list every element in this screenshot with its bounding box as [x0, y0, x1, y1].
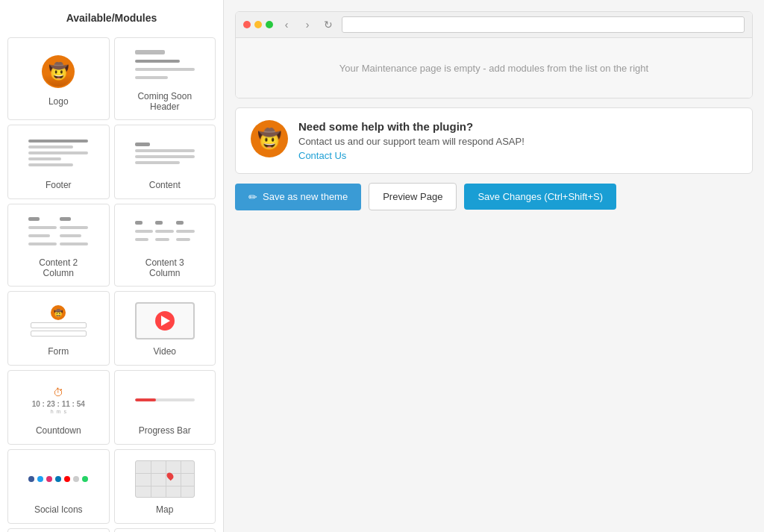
save-new-theme-label: Save as new theme: [263, 191, 348, 202]
logo-preview-avatar: 🤠: [42, 55, 75, 88]
module-divider[interactable]: Divider: [114, 528, 216, 532]
save-changes-label: Save Changes (Ctrl+Shift+S): [478, 191, 603, 202]
module-form[interactable]: 🤠 Form: [7, 291, 110, 366]
module-map[interactable]: Map: [114, 449, 216, 524]
help-title: Need some help with the plugin?: [298, 120, 525, 133]
browser-address-bar[interactable]: [342, 16, 745, 33]
panel-title: Available/Modules: [7, 7, 216, 28]
help-box: 🤠 Need some help with the plugin? Contac…: [235, 107, 753, 174]
browser-traffic-lights: [243, 21, 273, 28]
pencil-icon: ✏: [248, 191, 257, 203]
help-avatar-face: 🤠: [257, 128, 281, 151]
module-map-label: Map: [156, 504, 173, 515]
module-progress-bar-label: Progress Bar: [139, 425, 191, 436]
module-footer[interactable]: Footer: [7, 125, 110, 199]
module-coming-soon-label: Coming SoonHeader: [137, 91, 192, 112]
module-social-icons-label: Social Icons: [34, 504, 83, 515]
module-countdown[interactable]: ⏱ 10 : 23 : 11 : 54 h m s Countdown: [7, 370, 110, 445]
module-logo[interactable]: 🤠 Logo: [7, 37, 110, 120]
module-video[interactable]: Video: [114, 291, 216, 366]
module-coming-soon-header[interactable]: Coming SoonHeader: [114, 37, 216, 120]
preview-page-label: Preview Page: [383, 191, 442, 202]
browser-empty-message: Your Maintenance page is empty - add mod…: [339, 63, 648, 74]
module-content-3col-label: Content 3Column: [145, 257, 184, 278]
browser-refresh-button[interactable]: ↻: [321, 17, 336, 32]
preview-page-button[interactable]: Preview Page: [369, 183, 457, 210]
module-countdown-label: Countdown: [36, 425, 81, 436]
countdown-display: 10 : 23 : 11 : 54: [32, 400, 85, 408]
module-progress-bar[interactable]: Progress Bar: [114, 370, 216, 445]
help-contact-link[interactable]: Contact Us: [298, 150, 525, 161]
module-social-icons[interactable]: Social Icons: [7, 449, 110, 524]
module-content-label: Content: [149, 180, 181, 190]
browser-mockup: ‹ › ↻ Your Maintenance page is empty - a…: [235, 11, 753, 98]
browser-maximize-dot: [266, 21, 273, 28]
module-logo-label: Logo: [48, 96, 69, 107]
help-subtitle: Contact us and our support team will res…: [298, 136, 525, 147]
save-new-theme-button[interactable]: ✏ Save as new theme: [235, 184, 361, 210]
save-changes-button[interactable]: Save Changes (Ctrl+Shift+S): [464, 184, 616, 210]
browser-toolbar: ‹ › ↻: [236, 12, 752, 38]
module-content-2col-label: Content 2Column: [39, 257, 78, 278]
browser-forward-button[interactable]: ›: [300, 17, 315, 32]
modules-grid: 🤠 Logo Coming SoonHeader: [7, 37, 216, 532]
help-avatar: 🤠: [251, 120, 288, 157]
modules-panel: Available/Modules 🤠 Logo: [0, 0, 224, 532]
module-custom-html[interactable]: Custom HTML: [7, 528, 110, 532]
browser-close-dot: [243, 21, 251, 28]
browser-minimize-dot: [254, 21, 262, 28]
help-text-block: Need some help with the plugin? Contact …: [298, 120, 525, 161]
right-panel: ‹ › ↻ Your Maintenance page is empty - a…: [224, 0, 764, 532]
browser-content-area: Your Maintenance page is empty - add mod…: [236, 38, 752, 98]
module-form-label: Form: [48, 346, 69, 357]
module-content[interactable]: Content: [114, 125, 216, 199]
browser-back-button[interactable]: ‹: [279, 17, 294, 32]
module-content-3col[interactable]: Content 3Column: [114, 204, 216, 287]
action-buttons-bar: ✏ Save as new theme Preview Page Save Ch…: [235, 183, 753, 210]
module-content-2col[interactable]: Content 2Column: [7, 204, 110, 287]
module-footer-label: Footer: [46, 180, 72, 190]
module-video-label: Video: [154, 346, 176, 357]
